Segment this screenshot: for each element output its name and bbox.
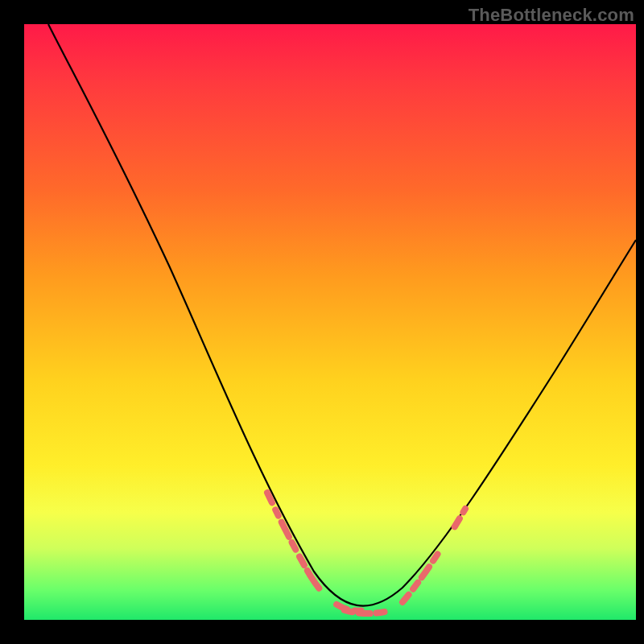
- highlight-right: [402, 509, 465, 602]
- highlight-left: [267, 493, 364, 611]
- chart-frame: TheBottleneck.com: [0, 0, 644, 644]
- watermark-label: TheBottleneck.com: [469, 5, 634, 26]
- plot-area: [24, 24, 636, 620]
- bottleneck-curve: [48, 24, 636, 606]
- curve-layer: [24, 24, 636, 620]
- highlight-bottom: [345, 607, 399, 613]
